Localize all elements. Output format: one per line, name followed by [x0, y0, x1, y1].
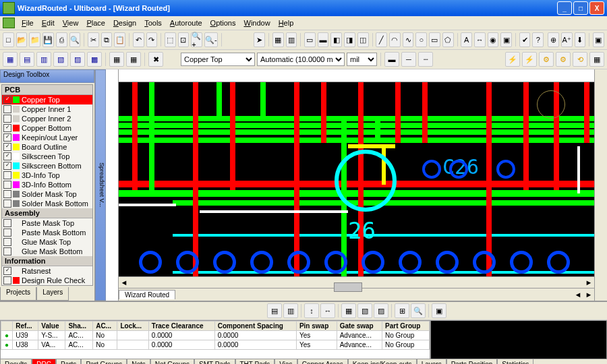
sel-a-icon[interactable]: ▦	[3, 52, 18, 67]
close-button[interactable]: X	[589, 1, 604, 15]
grid-header[interactable]: Value	[38, 322, 65, 331]
width-a-icon[interactable]: ▬	[384, 52, 399, 67]
tool-d-icon[interactable]: ▬	[318, 32, 329, 47]
layer-checkbox[interactable]	[3, 219, 11, 227]
tool-b-icon[interactable]: ▥	[286, 32, 297, 47]
layer-row[interactable]: ✓Keepin/out Layer	[2, 133, 92, 142]
tab-scroll-left-icon[interactable]: ◄	[573, 291, 583, 299]
layer-row[interactable]: ✓Copper Top	[2, 95, 92, 104]
grid-row[interactable]: ●U39Y-S...AC...No0.00000.0000YesAdvance.…	[1, 331, 430, 340]
layer-row[interactable]: Solder Mask Top	[2, 189, 92, 199]
pcb-canvas[interactable]: C26 C 26	[119, 82, 594, 276]
sel-c-icon[interactable]: ▥	[36, 52, 51, 67]
width-b-icon[interactable]: ─	[401, 52, 416, 67]
layer-row[interactable]: ✓Ratsnest	[2, 266, 92, 276]
minimize-button[interactable]: _	[557, 1, 572, 15]
spreadsheet-vtab[interactable]: Spreadsheet V...	[95, 69, 106, 301]
layer-checkbox[interactable]: ✓	[3, 267, 11, 275]
layer-checkbox[interactable]: ✓	[3, 124, 11, 132]
grid-header[interactable]: AC...	[93, 322, 117, 331]
zoom-out-icon[interactable]: 🔍-	[204, 32, 218, 47]
menu-help[interactable]: Help	[274, 18, 298, 28]
grid-header[interactable]: Trace Clearance	[148, 322, 214, 331]
sel-e-icon[interactable]: ▨	[70, 52, 85, 67]
parts-grid[interactable]: Ref...ValueSha...AC...Lock...Trace Clear…	[0, 320, 430, 359]
tool-g-icon[interactable]: ◫	[357, 32, 369, 47]
tab-projects[interactable]: Projects	[0, 287, 36, 301]
preview-icon[interactable]: 🔍	[69, 32, 81, 47]
dim-icon[interactable]: ↔	[474, 32, 486, 47]
lower-tab[interactable]: Copper Areas	[297, 359, 348, 364]
route-f-icon[interactable]: ▦	[589, 52, 604, 67]
pad-icon[interactable]: ▣	[500, 32, 512, 47]
right-tool1-icon[interactable]: ⊕	[548, 32, 559, 47]
lp-tool2-icon[interactable]: ▥	[283, 303, 298, 318]
menu-options[interactable]: Options	[206, 18, 240, 28]
redo-icon[interactable]: ↷	[146, 32, 158, 47]
sel-h-icon[interactable]: ▦	[126, 52, 141, 67]
text-icon[interactable]: A	[461, 32, 472, 47]
open2-icon[interactable]: 📁	[29, 32, 40, 47]
layer-row[interactable]: Copper Inner 1	[2, 104, 92, 114]
sel-g-icon[interactable]: ▦	[109, 52, 124, 67]
layer-checkbox[interactable]	[3, 200, 11, 208]
maximize-button[interactable]: □	[573, 1, 588, 15]
sel-b-icon[interactable]: ▤	[20, 52, 34, 67]
lp-tool9-icon[interactable]: 🔍	[411, 303, 426, 318]
lower-tab[interactable]: Statistics	[497, 359, 533, 364]
grid-header[interactable]: Lock...	[117, 322, 148, 331]
app-menu-icon[interactable]	[3, 18, 15, 28]
layer-checkbox[interactable]	[3, 115, 11, 123]
lower-tab[interactable]: Results	[0, 359, 32, 364]
arc-icon[interactable]: ◠	[389, 32, 401, 47]
pointer-icon[interactable]: ➤	[254, 32, 265, 47]
new-icon[interactable]: □	[3, 32, 14, 47]
grid-header[interactable]	[1, 322, 13, 331]
sel-x-icon[interactable]: ✖	[148, 52, 163, 67]
lower-tab[interactable]: THT Pads	[235, 359, 275, 364]
grid-row[interactable]: ●U38VA...AC...No0.00000.0000YesAdvance..…	[1, 340, 430, 350]
route-c-icon[interactable]: ⚙	[539, 52, 554, 67]
layer-row[interactable]: Glue Mask Bottom	[2, 247, 92, 256]
grid-header[interactable]: Pin swap	[296, 322, 337, 331]
lp-tool7-icon[interactable]: ▨	[374, 303, 388, 318]
menu-autoroute[interactable]: Autoroute	[166, 18, 206, 28]
undo-icon[interactable]: ↶	[133, 32, 144, 47]
lower-tab[interactable]: Keep-ins/Keep-outs	[348, 359, 417, 364]
route-d-icon[interactable]: ⚙	[556, 52, 571, 67]
vertical-scrollbar[interactable]	[594, 69, 607, 301]
via-icon[interactable]: ◉	[488, 32, 499, 47]
zoom-in-icon[interactable]: 🔍+	[191, 32, 202, 47]
lp-tool5-icon[interactable]: ▦	[341, 303, 356, 318]
lower-tab[interactable]: Part Groups	[81, 359, 127, 364]
layer-row[interactable]: Solder Mask Bottom	[2, 199, 92, 208]
layer-row[interactable]: Copper Inner 2	[2, 114, 92, 123]
tool-c-icon[interactable]: ▭	[304, 32, 316, 47]
zoom-fit-icon[interactable]: ⊡	[178, 32, 190, 47]
grid-header[interactable]: Sha...	[65, 322, 93, 331]
layer-checkbox[interactable]: ✓	[3, 143, 11, 151]
lp-tool10-icon[interactable]: ▣	[432, 303, 446, 318]
layer-list[interactable]: PCB ✓Copper TopCopper Inner 1Copper Inne…	[1, 84, 93, 286]
paste-icon[interactable]: 📋	[114, 32, 125, 47]
layer-row[interactable]: ✓Board Outline	[2, 142, 92, 152]
horizontal-scrollbar[interactable]: ◄ ►	[119, 276, 594, 288]
bezier-icon[interactable]: ∿	[403, 32, 414, 47]
unit-combo[interactable]: mil	[347, 53, 377, 66]
route-a-icon[interactable]: ⚡	[505, 52, 520, 67]
lp-tool4-icon[interactable]: ↔	[320, 303, 335, 318]
tab-layers[interactable]: Layers	[36, 287, 69, 301]
layer-checkbox[interactable]: ✓	[3, 152, 11, 160]
route-b-icon[interactable]: ⚡	[522, 52, 537, 67]
layer-checkbox[interactable]	[3, 171, 11, 179]
lower-tab[interactable]: Parts Position	[446, 359, 498, 364]
lp-tool3-icon[interactable]: ↕	[304, 303, 319, 318]
menu-file[interactable]: FFileile	[18, 18, 38, 28]
layer-row[interactable]: 3D-Info Top	[2, 171, 92, 180]
cut-icon[interactable]: ✂	[88, 32, 99, 47]
layer-row[interactable]: ✓Force Vectors	[2, 285, 92, 286]
lower-tab[interactable]: Vias	[274, 359, 297, 364]
lower-tab[interactable]: Layers	[417, 359, 446, 364]
right-tool2-icon[interactable]: A⁺	[561, 32, 573, 47]
lower-tab[interactable]: Parts	[56, 359, 81, 364]
